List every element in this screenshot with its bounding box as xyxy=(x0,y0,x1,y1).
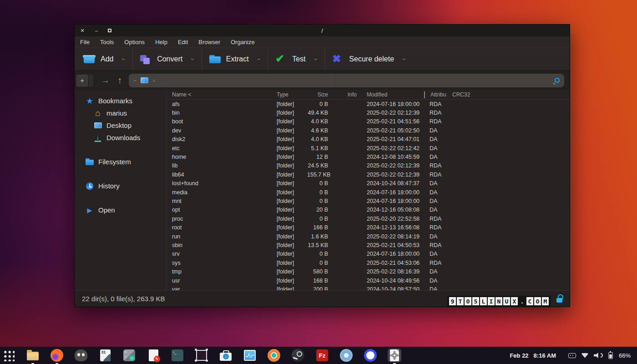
terminal-icon[interactable] xyxy=(171,349,184,362)
computer-icon[interactable] xyxy=(141,77,148,83)
text-editor-icon[interactable] xyxy=(147,349,160,362)
cell-name[interactable]: srv xyxy=(167,251,271,257)
tray-time[interactable]: 8:16 AM xyxy=(534,352,556,359)
table-row[interactable]: sys [folder] 0 B 2025-02-21 04:53:06 RDA xyxy=(167,258,570,267)
calculator-icon[interactable] xyxy=(122,349,136,362)
path-bar[interactable] xyxy=(129,74,564,87)
system-tray[interactable]: Feb 22 8:16 AM 66% xyxy=(510,352,631,359)
sidebar-item-filesystem[interactable]: Filesystem xyxy=(75,156,166,168)
chevron-down-icon[interactable] xyxy=(256,58,263,60)
cell-name[interactable]: dev xyxy=(167,127,271,134)
cell-name[interactable]: run xyxy=(167,233,271,240)
menu-item[interactable]: File xyxy=(80,39,90,46)
cell-name[interactable]: lib xyxy=(167,162,271,169)
table-row[interactable]: home [folder] 12 B 2024-12-08 10:45:59 D… xyxy=(167,152,570,161)
titlebar[interactable]: ✕ – / xyxy=(75,25,570,36)
cell-name[interactable]: mnt xyxy=(167,198,271,204)
chevron-down-icon[interactable] xyxy=(190,58,197,60)
column-header[interactable]: Size xyxy=(302,91,333,98)
chevron-down-icon[interactable] xyxy=(313,58,320,60)
table-row[interactable]: srv [folder] 0 B 2024-07-16 18:00:00 DA xyxy=(167,250,570,258)
address-field[interactable] xyxy=(129,74,336,87)
files-icon[interactable] xyxy=(26,349,40,362)
cell-name[interactable]: root xyxy=(167,224,271,231)
tab-strip-handle[interactable] xyxy=(89,75,93,86)
sidebar-item-desktop[interactable]: Desktop xyxy=(75,119,166,131)
cell-name[interactable]: proc xyxy=(167,216,271,222)
menu-item[interactable]: Edit xyxy=(178,39,188,46)
cell-name[interactable]: disk2 xyxy=(167,136,271,142)
cell-name[interactable]: boot xyxy=(167,118,271,125)
firefox-icon[interactable] xyxy=(50,349,64,362)
up-arrow-icon[interactable] xyxy=(117,75,122,86)
table-row[interactable]: lib [folder] 24.5 KB 2025-02-22 02:12:39… xyxy=(167,162,570,170)
software-store-icon[interactable] xyxy=(219,349,233,362)
table-row[interactable]: root [folder] 166 B 2024-12-13 16:56:08 … xyxy=(167,223,570,232)
menu-item[interactable]: Organize xyxy=(231,39,255,46)
image-viewer-icon[interactable] xyxy=(267,349,281,362)
table-row[interactable]: boot [folder] 4.0 KB 2025-02-21 04:51:56… xyxy=(167,117,570,126)
chevron-down-icon[interactable] xyxy=(401,58,408,60)
cell-name[interactable]: lib64 xyxy=(167,172,271,178)
table-row[interactable]: proc [folder] 0 B 2025-02-20 22:52:58 RD… xyxy=(167,214,570,223)
cell-name[interactable]: usr xyxy=(167,278,271,284)
sidebar-item-open[interactable]: Open xyxy=(75,204,166,216)
table-row[interactable]: opt [folder] 20 B 2024-12-16 05:08:08 DA xyxy=(167,206,570,214)
forward-arrow-icon[interactable] xyxy=(101,75,110,86)
menu-item[interactable]: Options xyxy=(124,39,145,46)
cell-name[interactable]: media xyxy=(167,189,271,196)
sidebar-item-bookmarks[interactable]: Bookmarks xyxy=(75,95,166,107)
signal-icon[interactable] xyxy=(364,349,377,362)
chevron-down-icon[interactable] xyxy=(132,80,138,81)
column-header[interactable]: Modified xyxy=(361,91,424,98)
table-row[interactable]: tmp [folder] 580 B 2025-02-22 08:16:39 D… xyxy=(167,267,570,276)
table-row[interactable]: disk2 [folder] 4.0 KB 2025-02-21 04:47:0… xyxy=(167,135,570,144)
table-row[interactable]: dev [folder] 4.6 KB 2025-02-21 05:02:50 … xyxy=(167,126,570,135)
table-row[interactable]: usr [folder] 168 B 2024-10-24 08:49:56 D… xyxy=(167,276,570,285)
column-header[interactable]: Type xyxy=(271,91,302,98)
secure-delete-button[interactable]: Secure delete xyxy=(324,48,413,70)
table-row[interactable]: sbin [folder] 13.5 KB 2025-02-21 04:50:5… xyxy=(167,241,570,249)
cell-name[interactable]: tmp xyxy=(167,268,271,275)
cell-name[interactable]: etc xyxy=(167,145,271,152)
peazip-icon[interactable] xyxy=(388,349,401,362)
table-row[interactable]: var [folder] 200 B 2024-10-24 08:57:50 D… xyxy=(167,285,570,290)
table-row[interactable]: lost+found [folder] 0 B 2024-10-24 08:47… xyxy=(167,179,570,188)
convert-button[interactable]: Convert xyxy=(132,48,202,70)
cell-name[interactable]: sys xyxy=(167,260,271,266)
table-row[interactable]: lib64 [folder] 155.7 KB 2025-02-22 02:12… xyxy=(167,170,570,179)
table-row[interactable]: etc [folder] 5.1 KB 2025-02-22 02:12:42 … xyxy=(167,144,570,152)
table-row[interactable]: mnt [folder] 0 B 2024-07-16 18:00:00 DA xyxy=(167,197,570,205)
menu-item[interactable]: Browser xyxy=(198,39,220,46)
test-button[interactable]: Test xyxy=(268,48,324,70)
filezilla-icon[interactable]: Fz xyxy=(315,349,329,362)
new-tab-button[interactable]: + xyxy=(76,75,88,86)
sidebar-item-history[interactable]: History xyxy=(75,180,166,192)
tray-date[interactable]: Feb 22 xyxy=(510,352,528,359)
search-icon[interactable] xyxy=(555,78,560,83)
column-header[interactable]: Name < xyxy=(167,91,271,98)
calendar-icon[interactable]: 31 xyxy=(98,349,112,362)
app-grid-icon[interactable] xyxy=(2,349,15,362)
system-monitor-icon[interactable] xyxy=(243,349,257,362)
input-indicator-icon[interactable] xyxy=(568,353,576,358)
steam-icon[interactable] xyxy=(291,349,305,362)
sidebar-item-downloads[interactable]: Downloads xyxy=(75,131,166,144)
extract-button[interactable]: Extract xyxy=(202,48,268,70)
chromium-icon[interactable] xyxy=(339,349,353,362)
menu-item[interactable]: Tools xyxy=(100,39,114,46)
volume-icon[interactable] xyxy=(594,353,600,358)
menu-item[interactable]: Help xyxy=(155,39,167,46)
gimp-icon[interactable] xyxy=(74,349,88,362)
table-row[interactable]: afs [folder] 0 B 2024-07-16 18:00:00 RDA xyxy=(167,100,570,108)
column-header[interactable]: Attribu xyxy=(424,91,447,98)
wifi-icon[interactable] xyxy=(581,353,588,358)
cell-name[interactable]: var xyxy=(167,286,271,290)
table-row[interactable]: run [folder] 1.6 KB 2025-02-22 08:14:19 … xyxy=(167,232,570,241)
cell-name[interactable]: bin xyxy=(167,110,271,116)
table-header[interactable]: Name <TypeSizeInfoModifiedAttribuCRC32 xyxy=(167,90,570,100)
cell-name[interactable]: lost+found xyxy=(167,180,271,187)
cell-name[interactable]: home xyxy=(167,154,271,160)
boxes-icon[interactable] xyxy=(195,349,208,362)
add-button[interactable]: Add xyxy=(76,48,132,70)
